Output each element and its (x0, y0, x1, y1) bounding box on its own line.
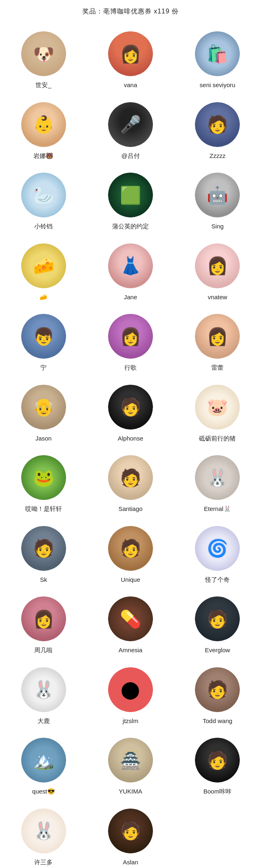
username-vnatew: vnatew (208, 293, 228, 301)
avatar-vnatew: 👩 (195, 243, 240, 288)
avatar-leilee: 👩 (195, 314, 240, 359)
avatar-santiago: 🧑 (108, 455, 153, 500)
username-xingge: 行歌 (124, 364, 137, 372)
prize-label: 奖品：亳博咖啡优惠券 x119 份 (82, 8, 179, 15)
avatar-boom: 🧑 (195, 738, 240, 783)
avatar-inner-xusanduo: 🐰 (21, 809, 66, 853)
user-grid: 🐶世安_👩vana🛍️seni seviyoru👶岩娜🐻🎤@吕付🧑Zzzzz🦢小… (0, 20, 261, 868)
user-cell-zhuzhu: 🐷砥砺前行的猪 (174, 377, 261, 448)
avatar-inner-lvfu: 🎤 (108, 102, 153, 147)
avatar-inner-toddwang: 🧑 (195, 667, 240, 712)
avatar-inner-xiaoling: 🦢 (21, 173, 66, 217)
avatar-inner-boom: 🧑 (195, 738, 240, 783)
username-jtzslm: jtzslm (123, 717, 138, 725)
user-cell-cheese: 🧀🧀 (0, 236, 87, 307)
username-aslan: Aslan (123, 858, 138, 866)
user-cell-dalu: 🐰大鹿 (0, 660, 87, 731)
username-seni: seni seviyoru (200, 81, 236, 89)
username-dalu: 大鹿 (38, 717, 50, 725)
user-cell-lvfu: 🎤@吕付 (87, 95, 174, 166)
user-cell-boom: 🧑Boom咔咔 (174, 730, 261, 801)
avatar-inner-ning: 👦 (21, 314, 66, 359)
user-cell-vana: 👩vana (87, 24, 174, 95)
avatar-xiaoling: 🦢 (21, 173, 66, 217)
username-sing: Sing (211, 222, 223, 230)
avatar-inner-jason: 👴 (21, 385, 66, 430)
user-cell-sing: 🤖Sing (174, 165, 261, 236)
username-unique: Unique (121, 576, 140, 584)
avatar-zhoujila: 👩 (21, 596, 66, 641)
avatar-alphonse: 🧑 (108, 385, 153, 430)
avatar-dalu: 🐰 (21, 667, 66, 712)
user-cell-leilee: 👩雷蕾 (174, 307, 261, 377)
user-cell-eternal: 🐰Eternal🐰 (174, 448, 261, 519)
username-yanna: 岩娜🐻 (33, 152, 53, 160)
avatar-inner-axuanxuan: 🐸 (21, 455, 66, 500)
user-cell-amnesia: 💊Amnesia (87, 589, 174, 660)
avatar-guaile: 🌀 (195, 526, 240, 571)
user-cell-everglow: 🧑Everglow (174, 589, 261, 660)
avatar-zhuzhu: 🐷 (195, 385, 240, 430)
avatar-inner-zzzzz: 🧑 (195, 102, 240, 147)
avatar-aslan: 🧑 (108, 809, 153, 853)
avatar-inner-unique: 🧑 (108, 526, 153, 571)
avatar-shian: 🐶 (21, 31, 66, 76)
username-xiaoling: 小铃铛 (34, 222, 53, 230)
avatar-everglow: 🧑 (195, 596, 240, 641)
user-cell-axuanxuan: 🐸哎呦！是轩轩 (0, 448, 87, 519)
user-cell-xingge: 👩行歌 (87, 307, 174, 377)
avatar-inner-yanna: 👶 (21, 102, 66, 147)
user-cell-quest: 🏔️quest😎 (0, 730, 87, 801)
username-zhuzhu: 砥砺前行的猪 (199, 434, 236, 443)
avatar-inner-sing: 🤖 (195, 173, 240, 217)
avatar-inner-jane: 👗 (108, 243, 153, 288)
user-cell-xiaoling: 🦢小铃铛 (0, 165, 87, 236)
user-cell-alphonse: 🧑Alphonse (87, 377, 174, 448)
avatar-yukima: 🏯 (108, 738, 153, 783)
avatar-inner-pugong: 🟩 (108, 173, 153, 217)
avatar-seni: 🛍️ (195, 31, 240, 76)
avatar-inner-vana: 👩 (108, 31, 153, 76)
username-zhoujila: 周几啦 (34, 646, 53, 654)
username-eternal: Eternal🐰 (204, 505, 231, 513)
user-cell-seni: 🛍️seni seviyoru (174, 24, 261, 95)
avatar-inner-santiago: 🧑 (108, 455, 153, 500)
username-amnesia: Amnesia (119, 646, 142, 654)
avatar-amnesia: 💊 (108, 596, 153, 641)
user-cell-jane: 👗Jane (87, 236, 174, 307)
username-jason: Jason (35, 434, 52, 443)
avatar-inner-dalu: 🐰 (21, 667, 66, 712)
username-lvfu: @吕付 (121, 152, 139, 160)
avatar-zzzzz: 🧑 (195, 102, 240, 147)
user-cell-santiago: 🧑Santiago (87, 448, 174, 519)
user-cell-zzzzz: 🧑Zzzzz (174, 95, 261, 166)
username-axuanxuan: 哎呦！是轩轩 (25, 505, 62, 513)
username-pugong: 蒲公英的约定 (112, 222, 149, 230)
avatar-inner-alphonse: 🧑 (108, 385, 153, 430)
avatar-inner-yukima: 🏯 (108, 738, 153, 783)
avatar-sk: 🧑 (21, 526, 66, 571)
user-cell-pugong: 🟩蒲公英的约定 (87, 165, 174, 236)
user-cell-xusanduo: 🐰许三多 (0, 801, 87, 868)
user-cell-toddwang: 🧑Todd wang (174, 660, 261, 731)
avatar-inner-xingge: 👩 (108, 314, 153, 359)
avatar-axuanxuan: 🐸 (21, 455, 66, 500)
username-guaile: 怪了个奇 (205, 576, 230, 584)
username-everglow: Everglow (205, 646, 230, 654)
avatar-lvfu: 🎤 (108, 102, 153, 147)
avatar-inner-guaile: 🌀 (195, 526, 240, 571)
avatar-inner-quest: 🏔️ (21, 738, 66, 783)
username-xusanduo: 许三多 (34, 858, 53, 866)
avatar-inner-eternal: 🐰 (195, 455, 240, 500)
user-cell-aslan: 🧑Aslan (87, 801, 174, 868)
avatar-xingge: 👩 (108, 314, 153, 359)
username-toddwang: Todd wang (203, 717, 232, 725)
avatar-pugong: 🟩 (108, 173, 153, 217)
username-vana: vana (124, 81, 137, 89)
user-cell-sk: 🧑Sk (0, 519, 87, 590)
username-sk: Sk (40, 576, 47, 584)
username-boom: Boom咔咔 (203, 787, 232, 796)
avatar-inner-seni: 🛍️ (195, 31, 240, 76)
user-cell-ning: 👦宁 (0, 307, 87, 377)
user-cell-zhoujila: 👩周几啦 (0, 589, 87, 660)
